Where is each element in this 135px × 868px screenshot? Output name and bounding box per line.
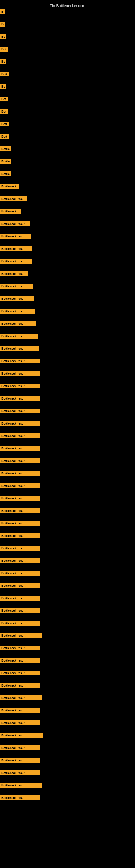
bottleneck-label: Bottleneck result: [0, 521, 40, 526]
list-item: Bottleneck resu: [0, 270, 135, 283]
bottleneck-label: Bottleneck result: [0, 646, 40, 650]
list-item: Bottleneck result: [0, 557, 135, 569]
list-item: Bottleneck: [0, 183, 135, 195]
bottleneck-label: Bott: [0, 72, 9, 76]
list-item: Bottleneck result: [0, 295, 135, 308]
bottleneck-label: Bottleneck result: [0, 234, 31, 239]
bottleneck-label: Bottleneck result: [0, 471, 40, 476]
list-item: Bottleneck result: [0, 620, 135, 632]
bottleneck-label: Bottle: [0, 172, 11, 176]
bottleneck-label: Bottleneck r: [0, 209, 21, 214]
bottleneck-label: Bottleneck result: [0, 758, 40, 763]
list-item: Bottleneck result: [0, 520, 135, 532]
bottleneck-label: Bottleneck result: [0, 371, 40, 376]
bottleneck-label: Bottleneck result: [0, 321, 37, 326]
list-item: Bottle: [0, 145, 135, 158]
list-item: Bottleneck result: [0, 370, 135, 382]
bottleneck-label: Bottleneck result: [0, 795, 40, 800]
bottleneck-label: Bottleneck result: [0, 296, 34, 301]
bottleneck-label: Bottleneck result: [0, 633, 42, 638]
list-item: Bottleneck result: [0, 320, 135, 333]
bottleneck-label: Bottleneck result: [0, 246, 32, 251]
bottleneck-label: Bottleneck resu: [0, 271, 28, 276]
list-item: Bot: [0, 45, 135, 58]
list-item: Bottle: [0, 170, 135, 183]
list-item: Bottleneck result: [0, 283, 135, 295]
list-item: Bottleneck result: [0, 420, 135, 432]
bottleneck-label: Bottleneck result: [0, 596, 40, 600]
list-item: Bottleneck result: [0, 345, 135, 358]
bottleneck-label: Bott: [0, 134, 9, 139]
list-item: Bottleneck result: [0, 595, 135, 607]
bottleneck-label: Bottleneck resu: [0, 196, 27, 201]
bottleneck-label: Bottleneck result: [0, 446, 40, 451]
bottleneck-label: Bottleneck result: [0, 695, 42, 701]
list-item: Bottleneck result: [0, 682, 135, 694]
list-item: Bott: [0, 120, 135, 133]
list-item: Bottleneck result: [0, 245, 135, 258]
list-item: Bottleneck result: [0, 670, 135, 682]
list-item: Bottleneck result: [0, 507, 135, 520]
list-item: Bottleneck result: [0, 719, 135, 732]
list-item: Bottleneck result: [0, 258, 135, 270]
list-item: Bottleneck result: [0, 470, 135, 482]
list-item: Bo: [0, 33, 135, 45]
list-item: Bottleneck result: [0, 233, 135, 245]
list-item: Bottleneck result: [0, 308, 135, 320]
bottleneck-label: Bottleneck result: [0, 408, 40, 413]
bottleneck-label: Bottleneck result: [0, 221, 30, 226]
list-item: B: [0, 21, 135, 33]
bottleneck-label: Bottleneck result: [0, 284, 33, 289]
list-item: Bott: [0, 133, 135, 145]
list-item: Bottleneck result: [0, 645, 135, 657]
list-item: Bottleneck result: [0, 694, 135, 707]
list-item: Bottleneck result: [0, 220, 135, 233]
bottleneck-label: Bottleneck result: [0, 770, 40, 775]
list-item: Bottleneck result: [0, 782, 135, 794]
list-item: Bottleneck result: [0, 407, 135, 420]
bottleneck-label: Bottleneck: [0, 184, 19, 189]
list-item: Bottleneck result: [0, 395, 135, 407]
list-item: Bottleneck resu: [0, 195, 135, 208]
list-item: Bottleneck result: [0, 707, 135, 719]
bottleneck-label: Bottleneck result: [0, 733, 43, 738]
bottleneck-label: Bottleneck result: [0, 259, 32, 264]
bottleneck-label: Bottleneck result: [0, 558, 40, 563]
bottleneck-label: Bottleneck result: [0, 533, 40, 538]
list-item: Bottleneck result: [0, 532, 135, 545]
bottleneck-label: Bottleneck result: [0, 508, 40, 513]
bottleneck-label: Bottleneck result: [0, 458, 40, 463]
bottleneck-label: Bottleneck result: [0, 496, 40, 501]
list-item: Bottleneck r: [0, 208, 135, 220]
bottleneck-label: Bo: [0, 84, 6, 89]
list-item: Bottleneck result: [0, 632, 135, 645]
list-item: Bottleneck result: [0, 732, 135, 744]
bottleneck-label: Bottleneck result: [0, 421, 40, 426]
bottleneck-label: B: [0, 22, 5, 27]
list-item: Bottleneck result: [0, 607, 135, 620]
list-item: Bottleneck result: [0, 582, 135, 595]
list-item: Bottleneck result: [0, 382, 135, 395]
bottleneck-label: Bot: [0, 109, 8, 114]
bottleneck-label: Bot: [0, 46, 8, 52]
bottleneck-label: Bottleneck result: [0, 484, 40, 488]
items-container: BBBoBotBoBottBoBotBotBottBottBottleBottl…: [0, 8, 135, 807]
bottleneck-label: Bottleneck result: [0, 608, 40, 613]
list-item: Bottleneck result: [0, 569, 135, 582]
bottleneck-label: Bottleneck result: [0, 671, 40, 675]
list-item: Bottleneck result: [0, 757, 135, 769]
bottleneck-label: Bottleneck result: [0, 383, 40, 389]
bottleneck-label: Bottleneck result: [0, 396, 40, 401]
list-item: Bot: [0, 95, 135, 108]
list-item: Bottleneck result: [0, 482, 135, 495]
bottleneck-label: Bottleneck result: [0, 720, 40, 725]
list-item: Bottleneck result: [0, 333, 135, 345]
bottleneck-label: Bottleneck result: [0, 571, 40, 576]
bottleneck-label: Bottleneck result: [0, 346, 39, 351]
bottleneck-label: Bottleneck result: [0, 546, 40, 551]
bottleneck-label: Bottleneck result: [0, 359, 40, 364]
bottleneck-label: B: [0, 9, 5, 14]
bottleneck-label: Bottleneck result: [0, 583, 40, 588]
list-item: Bottleneck result: [0, 432, 135, 445]
bottleneck-label: Bottleneck result: [0, 683, 40, 688]
